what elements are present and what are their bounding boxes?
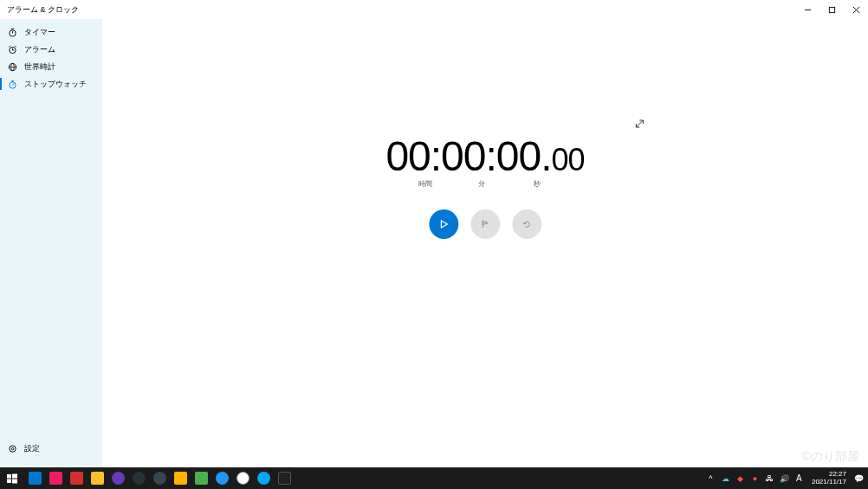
expand-icon[interactable] [635, 119, 645, 131]
svg-rect-28 [12, 479, 17, 483]
svg-rect-1 [829, 7, 834, 12]
svg-point-20 [11, 447, 14, 450]
taskbar[interactable]: ^ ☁ ◆ ● 🖧 🔊 A 22:27 2021/11/17 💬 [0, 467, 868, 489]
close-button[interactable] [844, 0, 868, 19]
task-icon-8[interactable] [170, 467, 191, 489]
time-labels: 時間 分 秒 [385, 179, 584, 189]
sidebar-item-settings[interactable]: 設定 [0, 440, 102, 457]
svg-point-15 [9, 81, 15, 87]
maximize-button[interactable] [819, 0, 844, 19]
sidebar-item-worldclock[interactable]: 世界時計 [0, 58, 102, 75]
tray-ime-indicator[interactable]: A [794, 473, 805, 484]
task-icon-3[interactable] [66, 467, 87, 489]
app-body: タイマー アラーム 世界時計 ストップウォッチ [0, 19, 868, 467]
taskbar-right: ^ ☁ ◆ ● 🖧 🔊 A 22:27 2021/11/17 💬 [705, 467, 868, 489]
tray-volume-icon[interactable]: 🔊 [779, 473, 790, 484]
tray-chevron-icon[interactable]: ^ [705, 473, 716, 484]
label-seconds: 秒 [510, 179, 564, 189]
svg-point-19 [9, 445, 15, 451]
time-seconds: 00 [496, 133, 541, 179]
window-controls [795, 0, 868, 19]
watermark: ©のり部屋 [802, 449, 859, 465]
timer-icon [7, 27, 17, 37]
svg-rect-25 [7, 474, 11, 479]
task-icon-6[interactable] [128, 467, 149, 489]
time-minutes: 00 [441, 133, 485, 179]
tray-clock[interactable]: 22:27 2021/11/17 [808, 471, 850, 486]
task-icon-12[interactable] [253, 467, 274, 489]
sidebar-item-label: アラーム [24, 44, 55, 55]
sidebar-item-alarm[interactable]: アラーム [0, 41, 102, 58]
tray-onedrive-icon[interactable]: ☁ [720, 473, 731, 484]
svg-marker-24 [483, 222, 488, 225]
lap-button [470, 209, 500, 239]
world-clock-icon [7, 61, 17, 72]
sidebar: タイマー アラーム 世界時計 ストップウォッチ [0, 19, 102, 467]
tray-app-icon-2[interactable]: ● [749, 473, 761, 484]
start-button-win[interactable] [0, 467, 24, 489]
svg-line-10 [9, 45, 10, 46]
task-icon-10[interactable] [211, 467, 232, 489]
label-hours: 時間 [398, 179, 453, 189]
svg-line-16 [12, 83, 14, 85]
task-icon-5[interactable] [107, 467, 128, 489]
tray-network-icon[interactable]: 🖧 [764, 473, 775, 484]
svg-rect-27 [7, 479, 11, 483]
minimize-button[interactable] [795, 0, 819, 19]
main-content: 00:00:00.00 時間 分 秒 [102, 19, 868, 467]
sidebar-item-label: タイマー [24, 27, 55, 38]
svg-marker-22 [441, 221, 447, 228]
time-readout: 00:00:00.00 [385, 136, 584, 177]
sidebar-item-stopwatch[interactable]: ストップウォッチ [0, 75, 102, 93]
sidebar-item-label: ストップウォッチ [24, 79, 87, 90]
time-hundredths: 00 [552, 142, 585, 177]
tray-date: 2021/11/17 [812, 479, 846, 486]
svg-line-21 [637, 120, 644, 127]
titlebar: アラーム & クロック [0, 0, 868, 19]
task-icon-13[interactable] [274, 467, 295, 489]
tray-app-icon-1[interactable]: ◆ [735, 473, 746, 484]
sidebar-item-label: 世界時計 [24, 61, 55, 73]
task-icon-4[interactable] [87, 467, 107, 489]
sidebar-item-timer[interactable]: タイマー [0, 23, 102, 41]
task-icon-2[interactable] [45, 467, 66, 489]
stopwatch-controls [385, 209, 584, 239]
svg-rect-26 [12, 473, 17, 478]
sidebar-item-label: 設定 [24, 443, 40, 454]
svg-line-11 [15, 45, 16, 46]
reset-button [512, 209, 541, 239]
task-icon-9[interactable] [191, 467, 211, 489]
taskbar-left [0, 467, 295, 489]
task-icon-11[interactable] [232, 467, 253, 489]
task-icon-1[interactable] [24, 467, 45, 489]
time-hours: 00 [385, 133, 430, 179]
stopwatch-display: 00:00:00.00 時間 分 秒 [385, 136, 584, 239]
gear-icon [7, 443, 17, 454]
label-minutes: 分 [453, 179, 510, 189]
alarm-icon [7, 44, 17, 55]
tray-notifications-icon[interactable]: 💬 [853, 473, 865, 484]
start-button[interactable] [429, 209, 458, 239]
task-icon-7[interactable] [149, 467, 170, 489]
app-title: アラーム & クロック [0, 4, 79, 16]
app-window: アラーム & クロック タイマー アラーム [0, 0, 868, 467]
stopwatch-icon [7, 79, 17, 89]
